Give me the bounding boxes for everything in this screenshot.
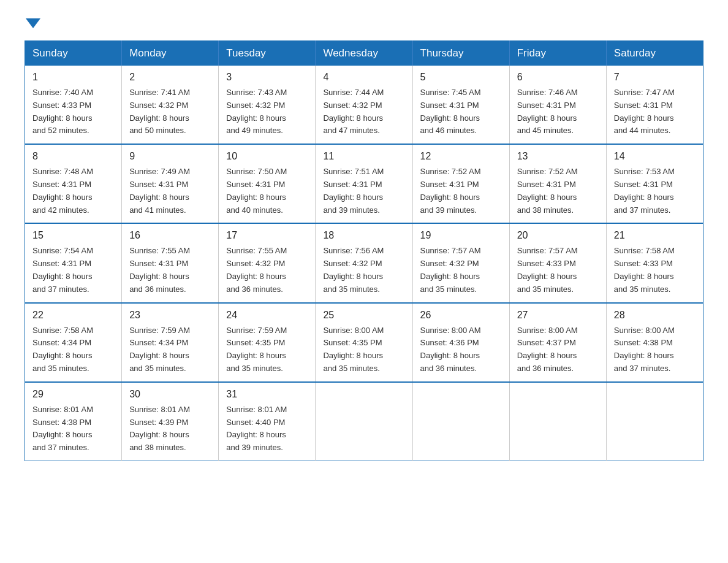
column-header-sunday: Sunday [25,41,122,66]
calendar-day-empty [412,382,509,461]
calendar-day-26: 26 Sunrise: 8:00 AM Sunset: 4:36 PM Dayl… [412,303,509,382]
day-info: Sunrise: 7:43 AM Sunset: 4:32 PM Dayligh… [226,86,308,137]
page-header [25,18,703,28]
day-number: 7 [614,72,696,83]
day-number: 6 [517,72,599,83]
calendar-day-20: 20 Sunrise: 7:57 AM Sunset: 4:33 PM Dayl… [509,223,606,302]
calendar-day-18: 18 Sunrise: 7:56 AM Sunset: 4:32 PM Dayl… [316,223,412,302]
day-info: Sunrise: 7:52 AM Sunset: 4:31 PM Dayligh… [420,166,502,216]
day-info: Sunrise: 7:57 AM Sunset: 4:33 PM Dayligh… [517,245,599,296]
column-header-thursday: Thursday [412,41,509,66]
day-info: Sunrise: 7:45 AM Sunset: 4:31 PM Dayligh… [420,86,502,137]
day-number: 23 [129,310,211,321]
calendar-day-21: 21 Sunrise: 7:58 AM Sunset: 4:33 PM Dayl… [606,223,703,302]
calendar-day-2: 2 Sunrise: 7:41 AM Sunset: 4:32 PM Dayli… [122,66,219,144]
calendar-day-14: 14 Sunrise: 7:53 AM Sunset: 4:31 PM Dayl… [606,144,703,223]
day-number: 18 [323,230,404,241]
day-info: Sunrise: 7:59 AM Sunset: 4:35 PM Dayligh… [226,324,308,375]
calendar-day-5: 5 Sunrise: 7:45 AM Sunset: 4:31 PM Dayli… [412,66,509,144]
column-header-friday: Friday [509,41,606,66]
day-number: 15 [32,230,114,241]
day-number: 17 [226,230,308,241]
day-number: 27 [517,310,599,321]
day-info: Sunrise: 7:56 AM Sunset: 4:32 PM Dayligh… [323,245,404,296]
calendar-day-3: 3 Sunrise: 7:43 AM Sunset: 4:32 PM Dayli… [219,66,316,144]
day-info: Sunrise: 7:54 AM Sunset: 4:31 PM Dayligh… [32,245,114,296]
day-number: 29 [32,389,114,400]
day-info: Sunrise: 7:59 AM Sunset: 4:34 PM Dayligh… [129,324,211,375]
calendar-day-8: 8 Sunrise: 7:48 AM Sunset: 4:31 PM Dayli… [25,144,122,223]
day-number: 1 [32,72,114,83]
calendar-table: SundayMondayTuesdayWednesdayThursdayFrid… [25,40,703,461]
day-number: 26 [420,310,502,321]
day-info: Sunrise: 7:51 AM Sunset: 4:31 PM Dayligh… [323,166,404,216]
day-number: 28 [614,310,696,321]
column-header-saturday: Saturday [606,41,703,66]
day-number: 19 [420,230,502,241]
logo [25,18,42,28]
day-number: 24 [226,310,308,321]
day-number: 8 [32,151,114,162]
day-number: 12 [420,151,502,162]
logo-arrow-icon [26,18,40,28]
calendar-day-16: 16 Sunrise: 7:55 AM Sunset: 4:31 PM Dayl… [122,223,219,302]
day-info: Sunrise: 7:53 AM Sunset: 4:31 PM Dayligh… [614,166,696,216]
day-info: Sunrise: 7:48 AM Sunset: 4:31 PM Dayligh… [32,166,114,216]
calendar-day-22: 22 Sunrise: 7:58 AM Sunset: 4:34 PM Dayl… [25,303,122,382]
calendar-day-23: 23 Sunrise: 7:59 AM Sunset: 4:34 PM Dayl… [122,303,219,382]
day-number: 13 [517,151,599,162]
day-number: 20 [517,230,599,241]
day-info: Sunrise: 7:49 AM Sunset: 4:31 PM Dayligh… [129,166,211,216]
day-info: Sunrise: 8:01 AM Sunset: 4:39 PM Dayligh… [129,404,211,454]
day-info: Sunrise: 7:50 AM Sunset: 4:31 PM Dayligh… [226,166,308,216]
calendar-day-24: 24 Sunrise: 7:59 AM Sunset: 4:35 PM Dayl… [219,303,316,382]
calendar-day-15: 15 Sunrise: 7:54 AM Sunset: 4:31 PM Dayl… [25,223,122,302]
calendar-day-19: 19 Sunrise: 7:57 AM Sunset: 4:32 PM Dayl… [412,223,509,302]
day-info: Sunrise: 7:52 AM Sunset: 4:31 PM Dayligh… [517,166,599,216]
column-header-tuesday: Tuesday [219,41,316,66]
calendar-day-empty [316,382,412,461]
day-number: 21 [614,230,696,241]
day-number: 16 [129,230,211,241]
calendar-day-empty [606,382,703,461]
calendar-day-27: 27 Sunrise: 8:00 AM Sunset: 4:37 PM Dayl… [509,303,606,382]
day-info: Sunrise: 7:41 AM Sunset: 4:32 PM Dayligh… [129,86,211,137]
calendar-day-28: 28 Sunrise: 8:00 AM Sunset: 4:38 PM Dayl… [606,303,703,382]
calendar-day-12: 12 Sunrise: 7:52 AM Sunset: 4:31 PM Dayl… [412,144,509,223]
calendar-day-13: 13 Sunrise: 7:52 AM Sunset: 4:31 PM Dayl… [509,144,606,223]
calendar-day-30: 30 Sunrise: 8:01 AM Sunset: 4:39 PM Dayl… [122,382,219,461]
day-number: 5 [420,72,502,83]
calendar-header-row: SundayMondayTuesdayWednesdayThursdayFrid… [25,41,703,66]
day-info: Sunrise: 8:00 AM Sunset: 4:36 PM Dayligh… [420,324,502,375]
calendar-day-10: 10 Sunrise: 7:50 AM Sunset: 4:31 PM Dayl… [219,144,316,223]
calendar-week-4: 22 Sunrise: 7:58 AM Sunset: 4:34 PM Dayl… [25,303,703,382]
calendar-day-11: 11 Sunrise: 7:51 AM Sunset: 4:31 PM Dayl… [316,144,412,223]
calendar-day-7: 7 Sunrise: 7:47 AM Sunset: 4:31 PM Dayli… [606,66,703,144]
calendar-day-31: 31 Sunrise: 8:01 AM Sunset: 4:40 PM Dayl… [219,382,316,461]
day-number: 30 [129,389,211,400]
calendar-day-empty [509,382,606,461]
day-number: 2 [129,72,211,83]
day-info: Sunrise: 7:58 AM Sunset: 4:33 PM Dayligh… [614,245,696,296]
column-header-wednesday: Wednesday [316,41,412,66]
calendar-day-1: 1 Sunrise: 7:40 AM Sunset: 4:33 PM Dayli… [25,66,122,144]
day-number: 4 [323,72,404,83]
calendar-day-25: 25 Sunrise: 8:00 AM Sunset: 4:35 PM Dayl… [316,303,412,382]
day-info: Sunrise: 7:46 AM Sunset: 4:31 PM Dayligh… [517,86,599,137]
column-header-monday: Monday [122,41,219,66]
day-info: Sunrise: 7:44 AM Sunset: 4:32 PM Dayligh… [323,86,404,137]
calendar-week-3: 15 Sunrise: 7:54 AM Sunset: 4:31 PM Dayl… [25,223,703,302]
calendar-day-6: 6 Sunrise: 7:46 AM Sunset: 4:31 PM Dayli… [509,66,606,144]
day-info: Sunrise: 7:55 AM Sunset: 4:32 PM Dayligh… [226,245,308,296]
day-number: 9 [129,151,211,162]
calendar-week-2: 8 Sunrise: 7:48 AM Sunset: 4:31 PM Dayli… [25,144,703,223]
day-info: Sunrise: 8:00 AM Sunset: 4:35 PM Dayligh… [323,324,404,375]
day-info: Sunrise: 7:55 AM Sunset: 4:31 PM Dayligh… [129,245,211,296]
calendar-day-29: 29 Sunrise: 8:01 AM Sunset: 4:38 PM Dayl… [25,382,122,461]
day-number: 3 [226,72,308,83]
day-number: 22 [32,310,114,321]
day-number: 25 [323,310,404,321]
day-info: Sunrise: 7:40 AM Sunset: 4:33 PM Dayligh… [32,86,114,137]
calendar-day-9: 9 Sunrise: 7:49 AM Sunset: 4:31 PM Dayli… [122,144,219,223]
day-info: Sunrise: 7:58 AM Sunset: 4:34 PM Dayligh… [32,324,114,375]
